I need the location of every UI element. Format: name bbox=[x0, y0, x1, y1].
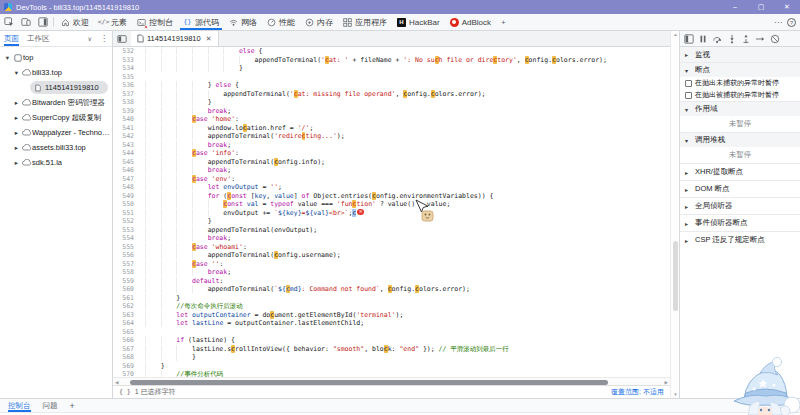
expander-icon[interactable]: ▸ bbox=[12, 114, 21, 122]
line-number[interactable]: 534 bbox=[113, 64, 140, 73]
line-number[interactable]: 550 bbox=[113, 200, 140, 209]
tree-item-top[interactable]: ▾top bbox=[0, 50, 112, 65]
code-line[interactable]: 553 appendToTerminal(envOutput); bbox=[113, 226, 670, 235]
expander-icon[interactable]: ▸ bbox=[12, 144, 21, 152]
panel-tab-elements[interactable]: </>元素 bbox=[94, 14, 132, 30]
more-options-icon[interactable]: ⋯ bbox=[771, 18, 785, 27]
debugger-section--[interactable]: ▾断点 bbox=[680, 62, 800, 77]
expander-icon[interactable]: ▸ bbox=[685, 203, 691, 210]
tab-list-icon[interactable] bbox=[113, 31, 131, 46]
line-number[interactable]: 555 bbox=[113, 243, 140, 252]
code-line[interactable]: 537 appendToTerminal('cat: missing file … bbox=[113, 90, 670, 99]
code-line[interactable]: 533 appendToTerminal('cat: ' + fileName … bbox=[113, 56, 670, 65]
dock-side-icon[interactable] bbox=[34, 14, 51, 30]
panel-tab-hackbar[interactable]: HHackBar bbox=[392, 14, 445, 30]
line-number[interactable]: 558 bbox=[113, 268, 140, 277]
code-line[interactable]: 570 //事件分析代码 bbox=[113, 370, 670, 377]
line-number[interactable]: 543 bbox=[113, 141, 140, 150]
code-line[interactable]: 551 envOutput += `${key}=${val}<br>`;c✕ bbox=[113, 209, 670, 218]
code-line[interactable]: 552 } bbox=[113, 217, 670, 226]
code-line[interactable]: 562 //每次命令执行后滚动 bbox=[113, 302, 670, 311]
expander-icon[interactable]: ▸ bbox=[685, 186, 691, 193]
expander-icon[interactable]: ▸ bbox=[12, 159, 21, 167]
horizontal-scrollbar[interactable]: ◀ ▶ bbox=[113, 377, 670, 385]
code-line[interactable]: 560 appendToTerminal(`${cmd}: Command no… bbox=[113, 285, 670, 294]
tree-item-sdk-51-la[interactable]: ▸sdk.51.la bbox=[0, 155, 112, 170]
expander-icon[interactable]: ▸ bbox=[685, 169, 691, 176]
scroll-up-icon[interactable]: ▲ bbox=[671, 32, 680, 37]
step-icon[interactable] bbox=[755, 34, 766, 44]
code-line[interactable]: 539 break; bbox=[113, 107, 670, 116]
tree-item-assets-bili33-top[interactable]: ▸assets.bili33.top bbox=[0, 140, 112, 155]
vertical-scrollbar-thumb[interactable] bbox=[673, 241, 678, 311]
close-tab-icon[interactable]: ✕ bbox=[206, 35, 212, 43]
code-line[interactable]: 540 case 'home': bbox=[113, 115, 670, 124]
expander-icon[interactable]: ▸ bbox=[12, 99, 21, 107]
step-over-icon[interactable] bbox=[712, 34, 723, 44]
code-line[interactable]: 557 case '': bbox=[113, 260, 670, 269]
vertical-scrollbar[interactable]: ▲ ▼ bbox=[670, 31, 679, 398]
editor-tab[interactable]: 1145141919810 ✕ bbox=[131, 31, 219, 46]
line-number[interactable]: 549 bbox=[113, 192, 140, 201]
line-number[interactable]: 570 bbox=[113, 370, 140, 377]
line-number[interactable]: 557 bbox=[113, 260, 140, 269]
line-number[interactable]: 538 bbox=[113, 98, 140, 107]
line-number[interactable]: 540 bbox=[113, 115, 140, 124]
toggle-panel-icon[interactable] bbox=[684, 34, 694, 44]
line-number[interactable]: 566 bbox=[113, 336, 140, 345]
code-line[interactable]: 568 } bbox=[113, 353, 670, 362]
line-number[interactable]: 542 bbox=[113, 132, 140, 141]
panel-tab-console[interactable]: 控制台 bbox=[132, 14, 178, 30]
line-number[interactable]: 554 bbox=[113, 234, 140, 243]
tree-item-supercopy-[interactable]: ▸SuperCopy 超级复制 bbox=[0, 110, 112, 125]
tab-page[interactable]: 页面 bbox=[4, 31, 19, 46]
close-button[interactable]: ✕ bbox=[774, 0, 800, 14]
pretty-print-icon[interactable]: { } bbox=[119, 388, 131, 396]
tree-item-bili33-top[interactable]: ▾bili33.top bbox=[0, 65, 112, 80]
panel-tab-application[interactable]: 应用程序 bbox=[338, 14, 392, 30]
debugger-section--[interactable]: ▸事件侦听器断点 bbox=[680, 214, 800, 231]
line-number[interactable]: 539 bbox=[113, 107, 140, 116]
line-number[interactable]: 533 bbox=[113, 56, 140, 65]
pause-icon[interactable] bbox=[698, 34, 708, 44]
code-line[interactable]: 569 } bbox=[113, 362, 670, 371]
code-line[interactable]: 538 } bbox=[113, 98, 670, 107]
line-number[interactable]: 565 bbox=[113, 328, 140, 337]
drawer-tab-console[interactable]: 控制台 bbox=[8, 399, 31, 412]
code-line[interactable]: 534 } bbox=[113, 64, 670, 73]
panel-tab-adblock[interactable]: AdBlock bbox=[445, 14, 496, 30]
code-line[interactable]: 548 let envOutput = ''; bbox=[113, 183, 670, 192]
code-line[interactable]: 561 } bbox=[113, 294, 670, 303]
debugger-section--[interactable]: ▸全局侦听器 bbox=[680, 197, 800, 214]
line-number[interactable]: 564 bbox=[113, 319, 140, 328]
expander-icon[interactable]: ▾ bbox=[3, 54, 12, 62]
line-number[interactable]: 568 bbox=[113, 353, 140, 362]
code-line[interactable]: 546 break; bbox=[113, 166, 670, 175]
line-number[interactable]: 560 bbox=[113, 285, 140, 294]
debugger-section-xhr-[interactable]: ▸XHR/提取断点 bbox=[680, 163, 800, 180]
line-number[interactable]: 559 bbox=[113, 277, 140, 286]
breakpoint-checkbox-row[interactable]: 在抛出被捕获的异常时暂停 bbox=[680, 89, 800, 101]
debugger-section-csp-[interactable]: ▸CSP 违反了规定断点 bbox=[680, 231, 800, 248]
debugger-section--[interactable]: ▾作用域 bbox=[680, 101, 800, 116]
expander-icon[interactable]: ▾ bbox=[12, 69, 21, 77]
code-line[interactable]: 563 let outputContainer = document.getEl… bbox=[113, 311, 670, 320]
line-number[interactable]: 532 bbox=[113, 47, 140, 56]
panel-tab-sources[interactable]: {}源代码 bbox=[178, 14, 224, 30]
code-line[interactable]: 566 if (lastLine) { bbox=[113, 336, 670, 345]
line-number[interactable]: 556 bbox=[113, 251, 140, 260]
code-line[interactable]: 558 break; bbox=[113, 268, 670, 277]
code-line[interactable]: 549 for (const [key, value] of Object.en… bbox=[113, 192, 670, 201]
tree-item-1145141919810[interactable]: 1145141919810 bbox=[0, 80, 112, 95]
step-into-icon[interactable] bbox=[727, 34, 737, 44]
help-icon[interactable]: ? bbox=[787, 18, 796, 27]
scroll-right-icon[interactable]: ▶ bbox=[665, 379, 668, 386]
checkbox[interactable] bbox=[685, 92, 692, 99]
code-line[interactable]: 567 lastLine.scrollIntoView({ behavior: … bbox=[113, 345, 670, 354]
line-number[interactable]: 562 bbox=[113, 302, 140, 311]
device-toolbar-icon[interactable] bbox=[17, 14, 34, 30]
expander-icon[interactable]: ▸ bbox=[685, 237, 691, 244]
debugger-section-dom-[interactable]: ▸DOM 断点 bbox=[680, 180, 800, 197]
tree-item-wappalyzer-technology-p-[interactable]: ▸Wappalyzer - Technology p… bbox=[0, 125, 112, 140]
tree-item-bitwarden-[interactable]: ▸Bitwarden 密码管理器 bbox=[0, 95, 112, 110]
